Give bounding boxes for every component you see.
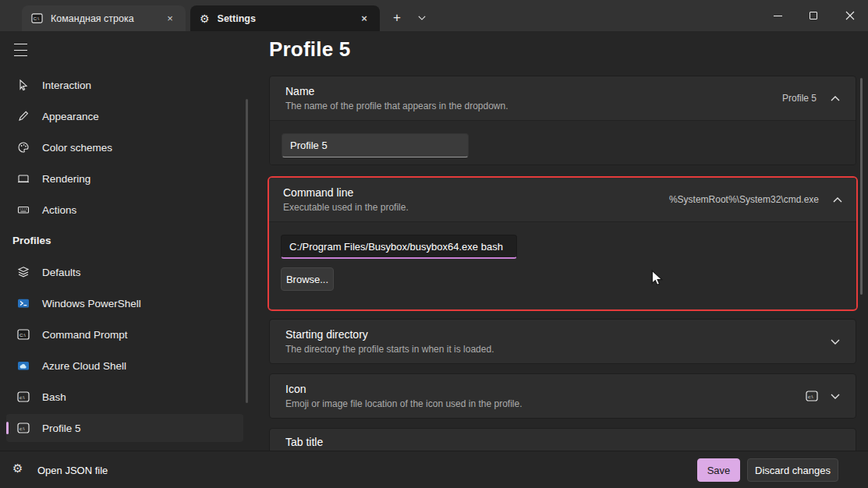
svg-text:c:\: c:\ bbox=[808, 394, 813, 399]
pen-icon bbox=[16, 109, 30, 123]
sidebar-scrollbar[interactable] bbox=[246, 99, 248, 403]
maximize-button[interactable] bbox=[795, 0, 831, 31]
setting-title: Tab title bbox=[285, 436, 840, 448]
name-card-body bbox=[270, 120, 856, 165]
command-line-card-header[interactable]: Command line Executable used in the prof… bbox=[269, 178, 856, 221]
setting-title: Name bbox=[285, 85, 782, 97]
setting-description: Executable used in the profile. bbox=[283, 202, 669, 213]
sidebar-item-azure-cloud-shell[interactable]: Azure Cloud Shell bbox=[6, 352, 243, 380]
sidebar-item-bash[interactable]: c:\ Bash bbox=[6, 383, 243, 411]
profile-name-input[interactable] bbox=[282, 133, 469, 157]
layers-icon bbox=[16, 265, 30, 279]
sidebar-item-label: Interaction bbox=[42, 80, 91, 91]
tab-settings[interactable]: ⚙ Settings × bbox=[190, 5, 380, 31]
sidebar-item-label: Profile 5 bbox=[42, 423, 81, 434]
sidebar-item-actions[interactable]: Actions bbox=[6, 196, 243, 224]
cmd-icon: C:\ bbox=[16, 327, 30, 341]
sidebar-item-interaction[interactable]: Interaction bbox=[6, 71, 243, 99]
titlebar: C:\ Командная строка × ⚙ Settings × + bbox=[0, 0, 868, 31]
selected-indicator bbox=[6, 422, 9, 434]
sidebar-item-label: Azure Cloud Shell bbox=[42, 360, 126, 372]
icon-setting-card[interactable]: Icon Emoji or image file location of the… bbox=[269, 373, 856, 419]
powershell-icon bbox=[16, 296, 30, 310]
sidebar-item-appearance[interactable]: Appearance bbox=[6, 102, 243, 130]
setting-title: Starting directory bbox=[285, 328, 831, 341]
setting-description: The directory the profile starts in when… bbox=[285, 344, 831, 355]
setting-description: Emoji or image file location of the icon… bbox=[285, 398, 806, 409]
windows-terminal-settings-window: C:\ Командная строка × ⚙ Settings × + In… bbox=[0, 0, 868, 488]
tab-command-prompt[interactable]: C:\ Командная строка × bbox=[22, 5, 186, 31]
command-line-setting-card: Command line Executable used in the prof… bbox=[267, 176, 858, 311]
keyboard-icon bbox=[16, 203, 30, 217]
tab-close-icon[interactable]: × bbox=[356, 11, 372, 27]
page-title: Profile 5 bbox=[269, 37, 350, 62]
profile-icon-preview: c:\ bbox=[806, 390, 818, 402]
chevron-up-icon[interactable] bbox=[831, 96, 840, 101]
setting-title: Icon bbox=[285, 383, 806, 395]
sidebar-item-rendering[interactable]: Rendering bbox=[6, 164, 243, 193]
maximize-icon bbox=[810, 12, 817, 19]
tab-label: Settings bbox=[218, 13, 356, 24]
sidebar-item-label: Appearance bbox=[42, 111, 99, 122]
minimize-button[interactable] bbox=[760, 0, 795, 31]
cmd-icon: C:\ bbox=[31, 12, 43, 24]
sidebar-item-profile-5[interactable]: c:\ Profile 5 bbox=[6, 414, 243, 442]
name-card-header[interactable]: Name The name of the profile that appear… bbox=[270, 76, 856, 120]
command-line-input[interactable] bbox=[281, 235, 517, 259]
open-json-file-button[interactable]: Open JSON file bbox=[37, 465, 108, 476]
content-scrollbar[interactable] bbox=[860, 78, 863, 295]
sidebar-item-label: Color schemes bbox=[42, 142, 112, 154]
setting-title: Command line bbox=[283, 186, 669, 199]
sidebar-item-color-schemes[interactable]: Color schemes bbox=[6, 133, 243, 161]
sidebar-item-label: Windows PowerShell bbox=[42, 298, 141, 309]
sidebar-item-label: Command Prompt bbox=[42, 329, 128, 341]
terminal-icon: c:\ bbox=[16, 390, 30, 404]
chevron-up-icon[interactable] bbox=[833, 197, 842, 203]
tab-close-icon[interactable]: × bbox=[162, 11, 178, 27]
mouse-cursor-icon bbox=[16, 78, 30, 92]
sidebar-item-defaults[interactable]: Defaults bbox=[6, 258, 243, 286]
profiles-section-header: Profiles bbox=[12, 235, 51, 246]
sidebar-item-label: Bash bbox=[42, 391, 66, 403]
tab-label: Командная строка bbox=[51, 13, 162, 24]
terminal-icon: c:\ bbox=[16, 421, 30, 435]
minimize-icon bbox=[774, 16, 782, 16]
azure-cloud-icon bbox=[16, 359, 30, 373]
tab-dropdown-button[interactable] bbox=[412, 8, 432, 28]
footer-bar: ⚙ Open JSON file Save Discard changes bbox=[0, 451, 868, 488]
gear-icon: ⚙ bbox=[12, 461, 23, 476]
setting-current-value: %SystemRoot%\System32\cmd.exe bbox=[669, 194, 819, 205]
new-tab-button[interactable]: + bbox=[387, 8, 407, 28]
sidebar-item-label: Actions bbox=[42, 204, 76, 216]
browse-button[interactable]: Browse... bbox=[281, 267, 334, 291]
chevron-down-icon[interactable] bbox=[831, 394, 840, 399]
setting-description: The name of the profile that appears in … bbox=[285, 101, 782, 111]
hamburger-menu-icon[interactable] bbox=[11, 41, 31, 58]
sidebar-item-command-prompt[interactable]: C:\ Command Prompt bbox=[6, 320, 243, 348]
save-button[interactable]: Save bbox=[697, 458, 740, 482]
svg-text:C:\: C:\ bbox=[34, 16, 40, 21]
sidebar-item-label: Rendering bbox=[42, 173, 90, 185]
setting-current-value: Profile 5 bbox=[782, 93, 817, 104]
svg-text:C:\: C:\ bbox=[19, 333, 26, 338]
sidebar-item-windows-powershell[interactable]: Windows PowerShell bbox=[6, 289, 243, 317]
svg-text:c:\: c:\ bbox=[19, 426, 25, 431]
starting-directory-setting-card[interactable]: Starting directory The directory the pro… bbox=[269, 319, 856, 364]
palette-icon bbox=[16, 140, 30, 154]
close-button[interactable] bbox=[832, 0, 868, 31]
name-setting-card: Name The name of the profile that appear… bbox=[269, 76, 856, 165]
command-line-card-body: Browse... bbox=[269, 221, 856, 309]
discard-changes-button[interactable]: Discard changes bbox=[747, 458, 838, 482]
sidebar-item-label: Defaults bbox=[42, 267, 81, 278]
chevron-down-icon[interactable] bbox=[831, 339, 840, 345]
gear-icon: ⚙ bbox=[200, 12, 210, 25]
monitor-icon bbox=[16, 172, 30, 186]
svg-text:c:\: c:\ bbox=[19, 395, 25, 400]
